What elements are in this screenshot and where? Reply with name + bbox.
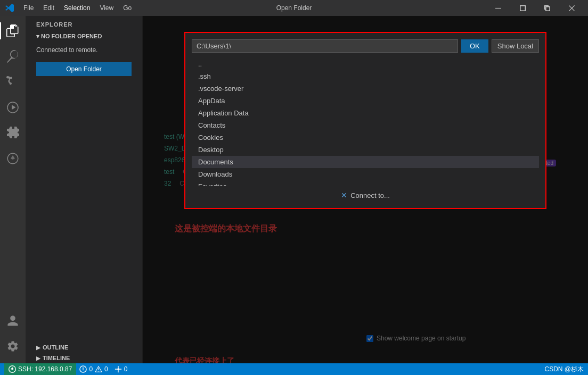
port-count: 0 — [124, 365, 128, 373]
list-item[interactable]: .vscode-server — [192, 82, 539, 95]
warning-count: 0 — [104, 365, 108, 373]
connect-to-label[interactable]: Connect to... — [350, 191, 390, 199]
extensions-activity-icon[interactable] — [0, 120, 26, 146]
explorer-activity-icon[interactable] — [0, 18, 26, 44]
remote-explorer-activity-icon[interactable] — [0, 146, 26, 171]
restore-button[interactable] — [535, 0, 559, 16]
ssh-label: SSH: 192.168.0.87 — [18, 365, 72, 373]
vscode-logo-icon — [4, 3, 15, 13]
connected-status: Connected to remote. — [26, 42, 142, 58]
ok-button[interactable]: OK — [461, 39, 488, 53]
open-folder-dialog: OK Show Local .. .ssh .vscode-server App… — [184, 32, 546, 209]
menu-view[interactable]: View — [95, 3, 118, 13]
sidebar: Explorer ▾ NO FOLDER OPENED Connected to… — [26, 16, 143, 363]
error-icon — [79, 365, 87, 373]
file-list: .. .ssh .vscode-server AppData Applicati… — [192, 58, 539, 186]
port-status[interactable]: 0 — [111, 363, 131, 375]
error-count: 0 — [89, 365, 93, 373]
chevron-down-icon: ▾ — [36, 33, 41, 39]
list-item[interactable]: Application Data — [192, 107, 539, 119]
remote-icon — [9, 365, 16, 373]
csdn-label: CSDN @杉木 — [544, 365, 584, 374]
show-local-button[interactable]: Show Local — [492, 39, 539, 53]
folder-path-input[interactable] — [192, 39, 458, 53]
activity-bar — [0, 16, 26, 363]
settings-activity-icon[interactable] — [0, 334, 26, 359]
timeline-section[interactable]: ▶ TIMELINE — [26, 353, 142, 363]
activity-bar-bottom — [0, 308, 26, 363]
connect-icon: ✕ — [341, 191, 347, 199]
titlebar: File Edit Selection View Go Open Folder — [0, 0, 588, 16]
list-item[interactable]: Desktop — [192, 144, 539, 156]
no-folder-label: ▾ NO FOLDER OPENED — [26, 31, 142, 42]
maximize-button[interactable] — [510, 0, 535, 16]
chevron-right-icon: ▶ — [36, 355, 40, 361]
list-item[interactable]: Contacts — [192, 119, 539, 131]
timeline-label: TIMELINE — [43, 355, 70, 361]
run-debug-activity-icon[interactable] — [0, 95, 26, 120]
warning-icon — [95, 365, 102, 373]
modal-overlay: OK Show Local .. .ssh .vscode-server App… — [143, 16, 588, 363]
statusbar: SSH: 192.168.0.87 0 0 0 CSDN @杉木 — [0, 363, 588, 375]
open-folder-button[interactable]: Open Folder — [36, 62, 132, 76]
menu-selection[interactable]: Selection — [60, 3, 94, 13]
window-controls — [486, 0, 584, 16]
source-control-activity-icon[interactable] — [0, 69, 26, 95]
dialog-input-row: OK Show Local — [192, 39, 539, 53]
chevron-right-icon: ▶ — [36, 345, 40, 351]
outline-label: OUTLINE — [43, 344, 68, 351]
connect-to-row[interactable]: ✕ Connect to... — [192, 186, 539, 202]
list-item[interactable]: Documents — [192, 156, 539, 168]
close-button[interactable] — [559, 0, 584, 16]
account-activity-icon[interactable] — [0, 308, 26, 334]
menu-edit[interactable]: Edit — [39, 3, 59, 13]
svg-point-2 — [117, 368, 119, 370]
statusbar-right: CSDN @杉木 — [544, 365, 584, 374]
search-activity-icon[interactable] — [0, 44, 26, 69]
list-item[interactable]: Favorites — [192, 180, 539, 186]
window-title: Open Folder — [276, 4, 312, 12]
menu-bar: File Edit Selection View Go — [19, 3, 136, 13]
minimize-button[interactable] — [486, 0, 510, 16]
list-item[interactable]: Downloads — [192, 168, 539, 180]
menu-go[interactable]: Go — [119, 3, 136, 13]
errors-status[interactable]: 0 0 — [76, 363, 111, 375]
editor-area: ● Learn the Fundamentals ⬡ Get Started w… — [143, 16, 588, 363]
list-item[interactable]: AppData — [192, 95, 539, 107]
outline-section[interactable]: ▶ OUTLINE — [26, 342, 142, 353]
port-icon — [115, 365, 122, 373]
ssh-status[interactable]: SSH: 192.168.0.87 — [4, 363, 76, 375]
list-item[interactable]: .ssh — [192, 70, 539, 82]
list-item[interactable]: .. — [192, 58, 539, 70]
main-layout: Explorer ▾ NO FOLDER OPENED Connected to… — [0, 16, 588, 363]
menu-file[interactable]: File — [19, 3, 38, 13]
list-item[interactable]: Cookies — [192, 131, 539, 144]
sidebar-header: Explorer — [26, 16, 142, 31]
